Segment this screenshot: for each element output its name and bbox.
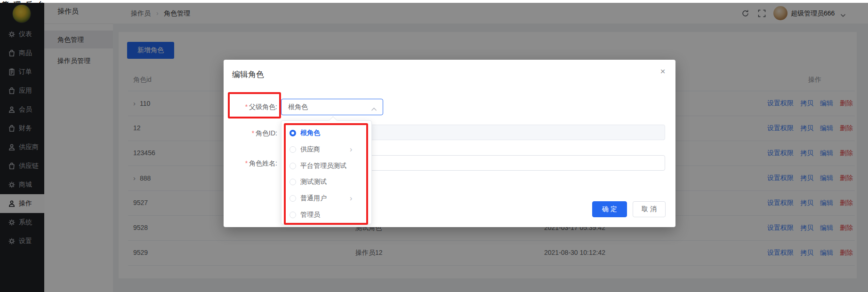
parent-role-select[interactable]: 根角色 (281, 99, 383, 115)
role-id-label: *角色ID: (225, 129, 277, 138)
truncated-browser-title: 管理后台 (0, 0, 868, 3)
annotation-box-dropdown-options (284, 123, 368, 225)
role-name-label: *角色姓名: (225, 159, 277, 168)
select-value: 根角色 (288, 99, 308, 115)
chevron-up-icon (371, 105, 377, 109)
dialog-title: 编辑角色 (232, 69, 264, 80)
close-icon[interactable]: × (658, 66, 668, 77)
required-asterisk: * (252, 129, 254, 137)
required-asterisk: * (245, 159, 248, 167)
confirm-button[interactable]: 确 定 (592, 201, 627, 217)
screen: 仪表 商品 订单 应用 会员 财务 供应商 供应链 商城 操作 系统 设置 操作… (0, 0, 868, 292)
cancel-button[interactable]: 取 消 (633, 201, 666, 217)
annotation-box-parent-role-label (228, 92, 281, 118)
